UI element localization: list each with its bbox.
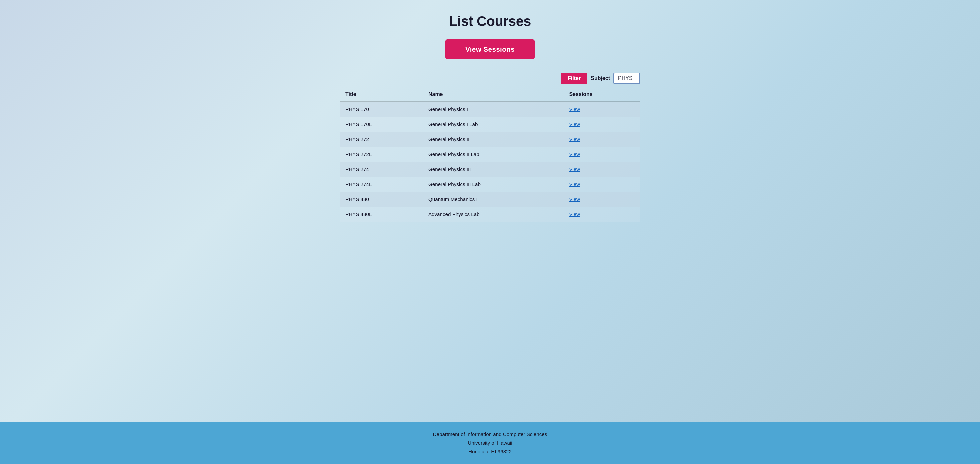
cell-name: General Physics III xyxy=(423,162,564,177)
cell-title: PHYS 480 xyxy=(340,192,423,207)
cell-title: PHYS 272L xyxy=(340,147,423,162)
table-row: PHYS 170General Physics IView xyxy=(340,102,640,117)
cell-title: PHYS 480L xyxy=(340,207,423,222)
cell-title: PHYS 274L xyxy=(340,177,423,192)
cell-name: Advanced Physics Lab xyxy=(423,207,564,222)
table-row: PHYS 272General Physics IIView xyxy=(340,132,640,147)
header-title: Title xyxy=(340,87,423,102)
subject-input[interactable] xyxy=(613,73,640,84)
table-body: PHYS 170General Physics IViewPHYS 170LGe… xyxy=(340,102,640,222)
cell-name: General Physics I xyxy=(423,102,564,117)
footer-line2: University of Hawaii xyxy=(7,438,973,447)
table-container: Filter Subject Title Name Sessions PHYS … xyxy=(340,73,640,222)
header-name: Name xyxy=(423,87,564,102)
cell-sessions-view-link[interactable]: View xyxy=(564,162,640,177)
table-row: PHYS 170LGeneral Physics I LabView xyxy=(340,117,640,132)
footer: Department of Information and Computer S… xyxy=(0,422,980,464)
cell-title: PHYS 170L xyxy=(340,117,423,132)
cell-name: General Physics III Lab xyxy=(423,177,564,192)
cell-sessions-view-link[interactable]: View xyxy=(564,177,640,192)
table-row: PHYS 480Quantum Mechanics IView xyxy=(340,192,640,207)
filter-button[interactable]: Filter xyxy=(561,73,587,84)
courses-table: Title Name Sessions PHYS 170General Phys… xyxy=(340,87,640,222)
cell-name: General Physics I Lab xyxy=(423,117,564,132)
cell-sessions-view-link[interactable]: View xyxy=(564,132,640,147)
cell-name: General Physics II xyxy=(423,132,564,147)
cell-sessions-view-link[interactable]: View xyxy=(564,207,640,222)
cell-name: General Physics II Lab xyxy=(423,147,564,162)
cell-sessions-view-link[interactable]: View xyxy=(564,192,640,207)
footer-line1: Department of Information and Computer S… xyxy=(7,430,973,438)
cell-sessions-view-link[interactable]: View xyxy=(564,102,640,117)
cell-title: PHYS 272 xyxy=(340,132,423,147)
cell-sessions-view-link[interactable]: View xyxy=(564,117,640,132)
cell-sessions-view-link[interactable]: View xyxy=(564,147,640,162)
table-row: PHYS 480LAdvanced Physics LabView xyxy=(340,207,640,222)
cell-name: Quantum Mechanics I xyxy=(423,192,564,207)
table-header-row: Title Name Sessions xyxy=(340,87,640,102)
table-row: PHYS 272LGeneral Physics II LabView xyxy=(340,147,640,162)
header-sessions: Sessions xyxy=(564,87,640,102)
page-title: List Courses xyxy=(449,13,531,29)
subject-label: Subject xyxy=(590,75,610,81)
view-sessions-button[interactable]: View Sessions xyxy=(445,39,535,59)
main-content: List Courses View Sessions Filter Subjec… xyxy=(0,0,980,422)
cell-title: PHYS 170 xyxy=(340,102,423,117)
filter-row: Filter Subject xyxy=(340,73,640,84)
cell-title: PHYS 274 xyxy=(340,162,423,177)
table-row: PHYS 274General Physics IIIView xyxy=(340,162,640,177)
footer-line3: Honolulu, HI 96822 xyxy=(7,447,973,456)
table-row: PHYS 274LGeneral Physics III LabView xyxy=(340,177,640,192)
